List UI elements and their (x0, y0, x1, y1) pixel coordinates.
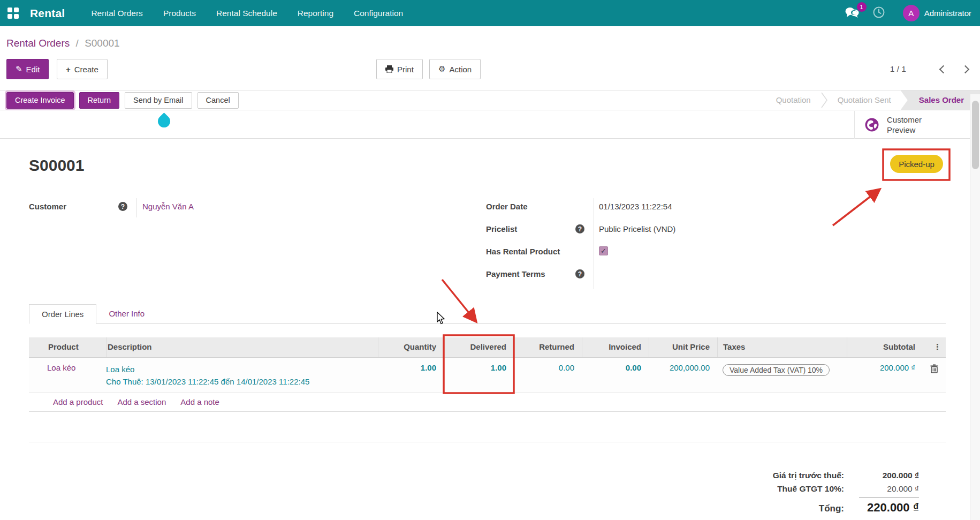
breadcrumb-separator: / (76, 37, 79, 49)
step-quotation-sent[interactable]: Quotation Sent (828, 91, 901, 110)
help-icon[interactable]: ? (118, 202, 127, 211)
customer-preview-button[interactable]: Customer Preview (854, 111, 967, 139)
tax-amount-label: Thuế GTGT 10%: (777, 484, 844, 494)
help-icon[interactable]: ? (575, 224, 584, 233)
statusbar-buttons: Create Invoice Return Send by Email Canc… (0, 92, 239, 109)
app-name[interactable]: Rental (30, 7, 65, 20)
table-header: Product Description Quantity Delivered R… (29, 337, 946, 358)
tab-order-lines[interactable]: Order Lines (29, 304, 96, 324)
action-button[interactable]: ⚙ Action (429, 59, 481, 79)
totals-block: Giá trị trước thuế: 200.000 ₫ Thuế GTGT … (669, 471, 919, 518)
pager-nav (940, 59, 968, 79)
order-date-value[interactable]: 01/13/2023 11:22:54 (599, 202, 672, 211)
table-footer-links: Add a product Add a section Add a note (29, 393, 946, 412)
create-label: Create (74, 65, 98, 74)
user-menu[interactable]: Administrator (924, 9, 971, 18)
add-a-product-link[interactable]: Add a product (53, 397, 103, 406)
scrollbar-thumb[interactable] (972, 101, 979, 169)
breadcrumb-current: S00001 (85, 37, 120, 49)
print-label: Print (397, 65, 414, 74)
col-subtotal[interactable]: Subtotal (847, 337, 923, 357)
customer-value[interactable]: Nguyễn Văn A (142, 202, 194, 211)
cell-quantity[interactable]: 1.00 (378, 358, 444, 393)
cancel-button[interactable]: Cancel (197, 92, 239, 109)
col-product[interactable]: Product (47, 337, 106, 357)
edit-button[interactable]: ✎ Edit (6, 59, 49, 79)
order-line-row[interactable]: Loa kéo Loa kéo Cho Thuê: 13/01/2023 11:… (29, 358, 946, 393)
cell-unit-price[interactable]: 200,000.00 (649, 358, 717, 393)
total-value: 220.000 ₫ (844, 501, 919, 515)
menu-rental-orders[interactable]: Rental Orders (81, 1, 153, 26)
main-menu: Rental Orders Products Rental Schedule R… (81, 1, 413, 26)
tab-other-info[interactable]: Other Info (96, 304, 157, 323)
action-label: Action (449, 65, 472, 74)
status-steps: Quotation Quotation Sent Sales Order (766, 91, 980, 110)
next-page-button[interactable] (961, 65, 970, 73)
breadcrumb: Rental Orders / S00001 (6, 37, 120, 49)
field-separator (136, 198, 137, 217)
breadcrumb-parent[interactable]: Rental Orders (6, 37, 70, 49)
cell-taxes[interactable]: Value Added Tax (VAT) 10% (717, 358, 847, 393)
gear-icon: ⚙ (438, 64, 445, 74)
user-avatar[interactable]: A (903, 5, 920, 21)
step-separator-icon (821, 91, 828, 110)
pricelist-label: Pricelist (486, 224, 517, 233)
tax-pill: Value Added Tax (VAT) 10% (723, 364, 830, 376)
create-invoice-button[interactable]: Create Invoice (6, 92, 74, 109)
edit-label: Edit (26, 65, 40, 74)
cell-returned[interactable]: 0.00 (514, 358, 582, 393)
step-quotation[interactable]: Quotation (766, 91, 821, 110)
description-line: Loa kéo (106, 363, 378, 375)
payment-terms-label: Payment Terms (486, 269, 545, 278)
col-quantity[interactable]: Quantity (378, 337, 444, 357)
activities-button[interactable] (873, 6, 885, 20)
trash-icon (930, 364, 938, 373)
notebook-tabs: Order Lines Other Info (29, 304, 946, 324)
has-rental-product-checkbox[interactable]: ✓ (599, 246, 608, 255)
create-button[interactable]: + Create (57, 59, 108, 79)
messages-button[interactable]: 1 (845, 7, 859, 20)
pricelist-value[interactable]: Public Pricelist (VND) (599, 224, 675, 233)
cell-description[interactable]: Loa kéo Cho Thuê: 13/01/2023 11:22:45 đế… (106, 358, 378, 393)
order-title: S00001 (29, 156, 84, 175)
menu-reporting[interactable]: Reporting (287, 1, 344, 26)
add-a-note-link[interactable]: Add a note (180, 397, 219, 406)
apps-menu-icon[interactable] (7, 7, 19, 19)
statusbar: Create Invoice Return Send by Email Canc… (0, 90, 980, 110)
optional-columns-icon[interactable]: ⋮ (923, 337, 946, 357)
col-unit-price[interactable]: Unit Price (649, 337, 717, 357)
scrollbar-track[interactable] (970, 94, 980, 520)
untaxed-amount-value: 200.000 ₫ (844, 471, 919, 480)
cell-invoiced[interactable]: 0.00 (582, 358, 649, 393)
handle-column-header (29, 337, 47, 357)
step-sales-order[interactable]: Sales Order (901, 91, 980, 110)
menu-configuration[interactable]: Configuration (344, 1, 413, 26)
add-a-section-link[interactable]: Add a section (117, 397, 166, 406)
cell-product[interactable]: Loa kéo (47, 358, 106, 393)
customer-preview-label: Customer Preview (887, 115, 935, 135)
return-button[interactable]: Return (79, 92, 120, 109)
col-invoiced[interactable]: Invoiced (582, 337, 649, 357)
row-handle[interactable] (29, 358, 47, 393)
col-description[interactable]: Description (106, 337, 378, 357)
globe-icon (864, 117, 879, 132)
print-button[interactable]: Print (376, 59, 423, 79)
order-lines-table: Product Description Quantity Delivered R… (29, 337, 946, 412)
order-date-label: Order Date (486, 202, 528, 211)
menu-rental-schedule[interactable]: Rental Schedule (206, 1, 287, 26)
col-delivered[interactable]: Delivered (444, 337, 514, 357)
pencil-icon: ✎ (16, 64, 22, 74)
help-icon[interactable]: ? (575, 269, 584, 278)
pager-count: 1 / 1 (890, 59, 906, 79)
col-returned[interactable]: Returned (514, 337, 582, 357)
col-taxes[interactable]: Taxes (717, 337, 847, 357)
untaxed-amount-label: Giá trị trước thuế: (773, 471, 844, 480)
previous-page-button[interactable] (939, 65, 948, 73)
plus-icon: + (66, 65, 71, 74)
menu-products[interactable]: Products (153, 1, 206, 26)
app-window: Rental Rental Orders Products Rental Sch… (0, 0, 980, 520)
cell-delivered[interactable]: 1.00 (444, 358, 514, 393)
printer-icon (385, 65, 393, 73)
delete-row-button[interactable] (923, 358, 946, 393)
send-by-email-button[interactable]: Send by Email (125, 92, 192, 109)
